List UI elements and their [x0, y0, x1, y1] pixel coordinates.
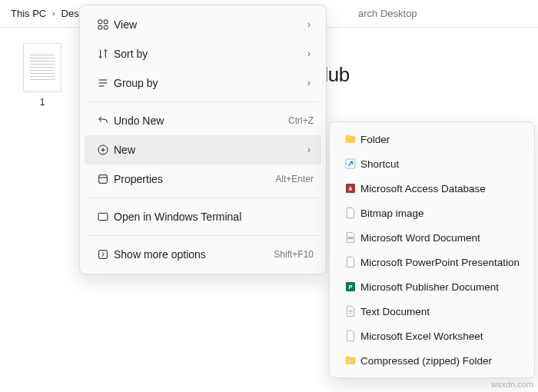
text-icon — [340, 305, 360, 317]
search-box[interactable] — [354, 3, 538, 24]
chevron-right-icon: › — [307, 19, 314, 30]
context-menu: View › Sort by › Group by › Undo New Ctr… — [79, 5, 327, 274]
menu-shortcut: Shift+F10 — [274, 249, 314, 260]
chevron-right-icon: › — [307, 145, 314, 155]
menu-terminal[interactable]: Open in Windows Terminal — [85, 202, 321, 231]
menu-label: View — [114, 18, 307, 31]
svg-rect-1 — [104, 20, 108, 24]
access-icon: A — [340, 182, 360, 194]
word-icon — [340, 231, 360, 244]
svg-rect-18 — [348, 237, 354, 238]
submenu-label: Compressed (zipped) Folder — [360, 355, 492, 367]
file-label: 1 — [15, 97, 69, 108]
menu-sort[interactable]: Sort by › — [85, 39, 321, 68]
submenu-text[interactable]: Text Document — [334, 299, 530, 324]
powerpoint-icon — [340, 256, 360, 268]
folder-icon — [340, 133, 360, 145]
group-icon — [92, 77, 114, 89]
submenu-label: Microsoft Access Database — [360, 183, 486, 194]
properties-icon — [92, 173, 114, 185]
submenu-label: Bitmap image — [360, 208, 424, 219]
svg-rect-19 — [348, 238, 354, 239]
breadcrumb-root[interactable]: This PC — [11, 8, 46, 19]
svg-rect-10 — [99, 175, 108, 184]
menu-new[interactable]: New › — [85, 135, 321, 164]
menu-undo[interactable]: Undo New Ctrl+Z — [85, 106, 321, 135]
menu-label: Group by — [114, 77, 307, 89]
chevron-right-icon: › — [307, 48, 314, 59]
submenu-label: Microsoft Word Document — [360, 232, 480, 244]
new-icon — [92, 144, 114, 156]
submenu-label: Microsoft Publisher Document — [360, 281, 499, 293]
submenu-label: Microsoft Excel Worksheet — [360, 331, 483, 342]
svg-rect-2 — [98, 25, 102, 29]
svg-text:P: P — [349, 284, 353, 291]
submenu-zip[interactable]: Compressed (zipped) Folder — [334, 348, 530, 373]
submenu-label: Microsoft PowerPoint Presentation — [360, 257, 520, 268]
menu-label: Undo New — [114, 115, 288, 127]
menu-label: Sort by — [114, 48, 307, 60]
menu-properties[interactable]: Properties Alt+Enter — [85, 164, 321, 194]
submenu-label: Folder — [360, 134, 390, 145]
menu-group[interactable]: Group by › — [85, 68, 321, 98]
publisher-icon: P — [340, 281, 360, 293]
svg-rect-25 — [350, 358, 350, 364]
menu-shortcut: Ctrl+Z — [288, 115, 314, 126]
menu-label: Show more options — [114, 248, 274, 261]
svg-text:A: A — [348, 185, 353, 192]
bitmap-icon — [340, 207, 360, 219]
submenu-shortcut[interactable]: Shortcut — [334, 151, 530, 176]
menu-separator — [88, 101, 318, 102]
svg-rect-0 — [98, 20, 102, 24]
zip-icon — [340, 354, 360, 367]
menu-separator — [88, 198, 318, 198]
menu-label: Open in Windows Terminal — [114, 211, 314, 223]
menu-view[interactable]: View › — [85, 10, 321, 39]
submenu-publisher[interactable]: P Microsoft Publisher Document — [334, 274, 530, 299]
menu-label: Properties — [114, 173, 275, 185]
sort-icon — [92, 48, 114, 60]
svg-rect-14 — [99, 251, 108, 259]
menu-label: New — [114, 144, 307, 156]
new-submenu: Folder Shortcut A Microsoft Access Datab… — [329, 121, 535, 378]
chevron-right-icon: › — [52, 9, 55, 18]
submenu-access[interactable]: A Microsoft Access Database — [334, 176, 530, 201]
menu-separator — [88, 235, 318, 236]
submenu-bitmap[interactable]: Bitmap image — [334, 201, 530, 225]
search-input[interactable] — [354, 3, 538, 24]
svg-rect-3 — [104, 25, 108, 29]
svg-rect-12 — [98, 213, 108, 220]
submenu-excel[interactable]: Microsoft Excel Worksheet — [334, 324, 530, 348]
submenu-powerpoint[interactable]: Microsoft PowerPoint Presentation — [334, 250, 530, 274]
menu-more-options[interactable]: Show more options Shift+F10 — [85, 240, 321, 269]
chevron-right-icon: › — [307, 78, 314, 88]
view-icon — [92, 18, 114, 31]
text-file-icon — [23, 43, 61, 92]
terminal-icon — [92, 211, 114, 223]
footer-credit: wsxdn.com — [491, 380, 533, 389]
submenu-label: Shortcut — [360, 158, 399, 170]
more-options-icon — [92, 248, 114, 261]
shortcut-icon — [340, 158, 360, 170]
submenu-label: Text Document — [360, 306, 430, 317]
submenu-folder[interactable]: Folder — [334, 127, 530, 151]
file-item[interactable]: 1 — [15, 43, 69, 108]
excel-icon — [340, 330, 360, 342]
menu-shortcut: Alt+Enter — [275, 174, 314, 184]
undo-icon — [92, 115, 114, 127]
submenu-word[interactable]: Microsoft Word Document — [334, 225, 530, 250]
